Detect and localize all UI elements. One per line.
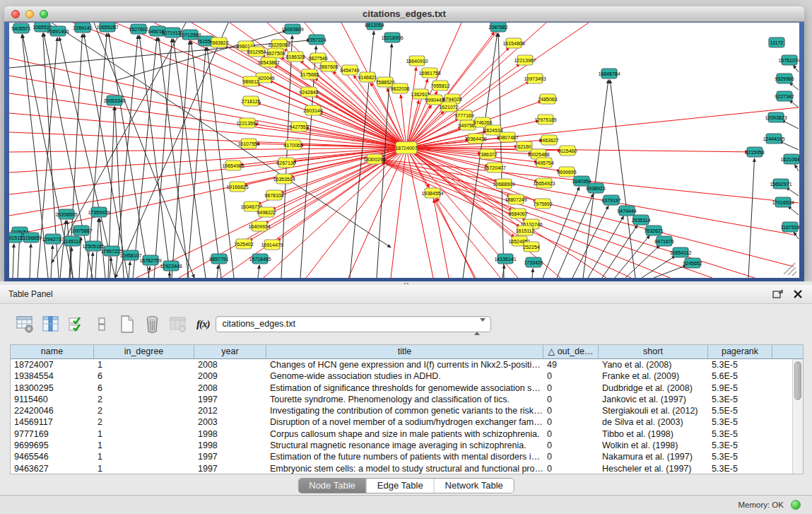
close-panel-icon[interactable] — [792, 289, 804, 299]
table-cell[interactable]: 2008 — [194, 359, 266, 370]
network-canvas[interactable]: 5405571106553220691406226914010655287152… — [9, 23, 799, 278]
graph-node[interactable]: 18724007 — [395, 142, 417, 154]
table-cell[interactable]: 0 — [543, 394, 599, 405]
table-cell[interactable]: Tourette syndrome. Phenomenology and cla… — [266, 394, 543, 405]
table-cell[interactable]: 1 — [94, 359, 194, 370]
table-cell[interactable]: Dudbridge et al. (2008) — [599, 382, 708, 394]
table-cell[interactable]: 2012 — [194, 405, 266, 416]
graph-node[interactable]: 9427552 — [289, 122, 308, 132]
column-header-3[interactable]: title — [266, 345, 543, 358]
graph-node[interactable]: 8813054 — [365, 23, 384, 30]
graph-node[interactable]: 19384554 — [421, 188, 443, 198]
graph-node[interactable]: 8267130 — [276, 158, 295, 168]
graph-node[interactable]: 10973493 — [524, 74, 546, 83]
graph-node[interactable]: 9329966 — [775, 74, 794, 83]
graph-node[interactable]: 8186328 — [286, 52, 305, 62]
delete-column-trash-icon[interactable] — [143, 315, 162, 334]
graph-node[interactable]: 12975185 — [534, 115, 556, 124]
column-header-4[interactable]: △ out_de… — [543, 345, 599, 358]
select-all-icon[interactable] — [66, 315, 86, 334]
new-column-icon[interactable] — [117, 315, 136, 334]
table-cell[interactable]: 0 — [543, 405, 599, 416]
table-row[interactable]: 946362711997Embryonic stem cells: a mode… — [11, 463, 803, 474]
column-header-0[interactable]: name — [11, 345, 94, 358]
window-titlebar[interactable]: citations_edges.txt — [4, 6, 804, 22]
graph-node[interactable]: 12213967 — [514, 55, 536, 65]
graph-node[interactable]: 16782759 — [139, 255, 161, 265]
table-cell[interactable]: Changes of HCN gene expression and I(f) … — [266, 359, 543, 370]
graph-node[interactable]: 8471676 — [654, 236, 673, 246]
graph-node[interactable]: 19166825 — [226, 182, 248, 192]
graph-node[interactable]: 10688609 — [493, 179, 514, 189]
graph-node[interactable]: 16154808 — [502, 38, 524, 48]
table-cell[interactable]: 1998 — [194, 428, 266, 440]
graph-node[interactable]: 9245652 — [683, 258, 702, 268]
graph-node[interactable]: 15718485 — [249, 254, 271, 264]
graph-node[interactable]: 1145114 — [63, 236, 81, 246]
column-header-6[interactable]: pagerank — [708, 345, 772, 358]
graph-node[interactable]: 9227342 — [775, 91, 794, 101]
table-cell[interactable]: Stergiakouli et al. (2012) — [599, 405, 708, 416]
graph-node[interactable]: 12942737 — [42, 234, 64, 244]
table-cell[interactable]: 1 — [94, 440, 194, 451]
graph-node[interactable]: 1167534 — [781, 222, 799, 232]
table-cell[interactable]: 0 — [543, 451, 599, 462]
table-row[interactable]: 969969511998Structural magnetic resonanc… — [11, 440, 803, 451]
table-cell[interactable]: 0 — [543, 428, 599, 440]
table-selector-dropdown[interactable]: citations_edges.txt — [216, 316, 491, 332]
graph-node[interactable]: 2867608 — [319, 62, 338, 71]
graph-node[interactable]: 16093809 — [281, 24, 303, 34]
table-cell[interactable]: 0 — [543, 416, 599, 428]
graph-node[interactable]: 3215958 — [745, 147, 764, 157]
graph-node[interactable]: 3175685 — [300, 69, 319, 79]
table-cell[interactable]: Nakamura et al. (1997) — [599, 451, 708, 462]
graph-node[interactable]: 20053346 — [103, 95, 125, 105]
graph-node[interactable]: 16543882 — [257, 57, 279, 67]
table-cell[interactable]: 6 — [94, 370, 194, 382]
table-cell[interactable]: 1 — [94, 428, 194, 440]
table-cell[interactable]: 5.3E-5 — [708, 428, 772, 440]
table-cell[interactable]: 18300295 — [11, 382, 94, 394]
graph-node[interactable]: 9242843 — [299, 87, 318, 97]
graph-node[interactable]: 9115460 — [558, 146, 577, 156]
table-cell[interactable]: 9465546 — [11, 451, 94, 462]
table-cell[interactable]: 5.5E-5 — [708, 405, 772, 416]
table-cell[interactable]: 9777169 — [11, 428, 94, 440]
graph-node[interactable]: 12093823 — [765, 112, 787, 122]
table-cell[interactable]: 2008 — [194, 382, 266, 394]
memory-status-indicator-icon[interactable] — [791, 500, 801, 510]
table-cell[interactable]: Disruption of a novel member of a sodium… — [266, 416, 543, 428]
table-row[interactable]: 946554611997Estimation of the future num… — [11, 451, 803, 462]
graph-node[interactable]: 9684067 — [508, 209, 527, 218]
graph-node[interactable]: 7975692 — [533, 199, 552, 209]
table-cell[interactable]: Tibbo et al. (1998) — [599, 428, 708, 440]
table-cell[interactable]: 5.6E-5 — [708, 370, 772, 382]
table-cell[interactable]: 14569117 — [11, 416, 94, 428]
graph-node[interactable]: 16210643 — [780, 154, 799, 164]
graph-node[interactable]: 7357224 — [307, 35, 326, 45]
table-cell[interactable]: de Silva et al. (2003) — [599, 416, 708, 428]
table-row[interactable]: 1456911722003Disruption of a novel membe… — [11, 416, 803, 428]
graph-node[interactable]: 17016534 — [772, 197, 794, 207]
table-cell[interactable]: 5.9E-5 — [708, 382, 772, 394]
tab-edge-table[interactable]: Edge Table — [367, 479, 435, 493]
graph-node[interactable]: 18300295 — [363, 154, 385, 164]
table-cell[interactable]: Hescheler et al. (1997) — [599, 463, 708, 474]
table-row[interactable]: 977716911998Corpus callosum shape and si… — [11, 428, 803, 440]
graph-node[interactable]: 2603144 — [303, 105, 322, 115]
graph-node[interactable]: 9827508 — [266, 48, 285, 58]
table-cell[interactable]: Jankovic et al. (1997) — [599, 394, 708, 405]
table-cell[interactable]: 6 — [94, 382, 194, 394]
graph-node[interactable]: 18640910 — [406, 56, 428, 66]
graph-node[interactable]: 16648784 — [598, 69, 620, 78]
graph-node[interactable]: 16107554 — [237, 139, 259, 148]
function-builder-icon[interactable]: f(x) — [196, 318, 210, 330]
graph-node[interactable]: 8938923 — [586, 183, 605, 193]
graph-node[interactable]: 9699695 — [557, 167, 576, 177]
graph-node[interactable]: 9878334 — [264, 190, 283, 200]
table-row[interactable]: 1830029562008Estimation of significance … — [11, 382, 803, 394]
table-row[interactable]: 1872400712008Changes of HCN gene express… — [11, 359, 803, 370]
scrollbar-thumb[interactable] — [794, 361, 801, 400]
graph-node[interactable]: 9498222 — [257, 207, 276, 217]
graph-node[interactable]: 11156859 — [20, 233, 42, 243]
